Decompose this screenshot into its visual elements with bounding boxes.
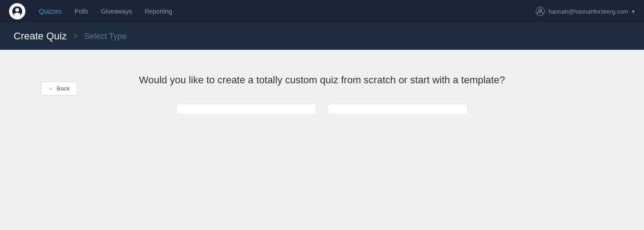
main-content: ← Back Would you like to create a totall… — [0, 50, 644, 114]
breadcrumb-separator: > — [73, 32, 78, 41]
nav-reporting[interactable]: Reporting — [144, 8, 172, 15]
svg-point-2 — [14, 13, 20, 16]
nav-links: Quizzes Polls Giveaways Reporting — [39, 8, 522, 15]
from-scratch-card[interactable]: From Scratch — [327, 104, 468, 114]
breadcrumb-bar: Create Quiz > Select Type — [0, 23, 644, 50]
user-dropdown-chevron[interactable]: ▾ — [632, 8, 635, 15]
svg-point-1 — [15, 8, 19, 12]
nav-quizzes[interactable]: Quizzes — [39, 8, 62, 15]
top-section: ← Back Would you like to create a totall… — [14, 68, 630, 96]
user-avatar-icon — [536, 7, 545, 16]
nav-giveaways[interactable]: Giveaways — [101, 8, 132, 15]
logo[interactable] — [9, 3, 25, 19]
cards-row: Template From Scratch — [176, 104, 468, 114]
nav-polls[interactable]: Polls — [75, 8, 88, 15]
question-text: Would you like to create a totally custo… — [139, 72, 505, 87]
breadcrumb-subtitle: Select Type — [84, 32, 127, 41]
centered-content: Would you like to create a totally custo… — [14, 81, 630, 114]
user-menu[interactable]: hannah@hannahforsberg.com ▾ — [536, 7, 635, 16]
breadcrumb-title: Create Quiz — [14, 30, 67, 42]
svg-point-3 — [539, 9, 542, 12]
user-email: hannah@hannahforsberg.com — [548, 8, 628, 15]
template-card[interactable]: Template — [176, 104, 317, 114]
top-nav: Quizzes Polls Giveaways Reporting hannah… — [0, 0, 644, 23]
